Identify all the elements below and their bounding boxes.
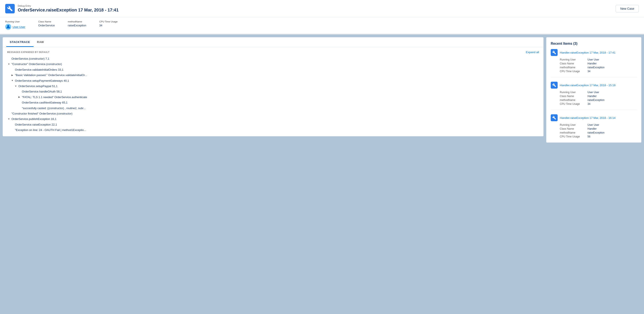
stack-item: ▼ OrderService.setupPaymentGateways 40,1 (7, 78, 539, 83)
recent-item-title-2[interactable]: Handler.raiseException 17 Mar, 2018 - 15… (560, 84, 616, 87)
stack-item-text: "Constructor" OrderService.(constructor) (12, 62, 62, 67)
stack-item-text: "Basic Validation passed." OrderService.… (15, 73, 87, 78)
meta-label: Running User (560, 91, 586, 94)
meta-value: User User (588, 123, 637, 126)
recent-item-debug-icon (551, 114, 558, 121)
meta-row: Running User User User Class Name OrderS… (0, 17, 644, 35)
recent-item-title-1[interactable]: Handler.raiseException 17 Mar, 2018 - 17… (560, 51, 616, 54)
debug-entry-icon (5, 4, 15, 13)
recent-item-meta-2: Running User User User Class Name Handle… (551, 91, 637, 106)
collapse-toggle[interactable]: ▼ (7, 62, 10, 66)
meta-label: methodName (560, 131, 586, 134)
meta-value: User User (588, 58, 637, 61)
main-content: STACKTRACE RAW MESSAGES EXPANDED BY DEFA… (0, 35, 644, 145)
recent-item-header: Handler.raiseException 17 Mar, 2018 - 15… (551, 82, 637, 89)
stack-item: "Exception on line: 24 - OAUTH Fail | me… (7, 127, 539, 133)
page-title: OrderService.raiseException 17 Mar, 2018… (18, 7, 119, 12)
stacktrace-header-row: MESSAGES EXPANDED BY DEFAULT Expand all (7, 51, 539, 54)
right-panel: Recent Items (3) Handler.raiseException … (546, 37, 642, 143)
recent-item-meta-3: Running User User User Class Name Handle… (551, 123, 637, 138)
tab-stacktrace[interactable]: STACKTRACE (6, 37, 34, 47)
meta-method-name-value: raiseException (68, 24, 86, 27)
meta-value: 56 (588, 135, 637, 138)
meta-value: Handler (588, 62, 637, 65)
stack-item-text: OrderService.handleOAuth 58,1 (22, 89, 62, 94)
stack-item-text: OrderService.validateInitialOrders 33,1 (15, 67, 64, 72)
meta-value: User User (588, 91, 637, 94)
recent-item-title-3[interactable]: Handler.raiseException 17 Mar, 2018 - 16… (560, 116, 616, 120)
expand-toggle[interactable]: ▶ (10, 73, 14, 77)
stack-item: ▼ "Constructor" OrderService.(constructo… (7, 61, 539, 67)
meta-running-user-value[interactable]: User User (5, 24, 25, 30)
collapse-toggle[interactable]: ▼ (7, 117, 10, 121)
expand-toggle[interactable]: ▶ (18, 95, 21, 99)
collapse-toggle[interactable]: ▼ (14, 85, 18, 88)
stack-item-text: OrderService.setupPaymentGateways 40,1 (15, 78, 69, 83)
meta-running-user: Running User User User (5, 20, 25, 30)
meta-method-name: methodName raiseException (68, 20, 86, 30)
recent-item-header: Handler.raiseException 17 Mar, 2018 - 17… (551, 49, 637, 56)
meta-label: Class Name (560, 95, 586, 98)
stack-item-text: OrderService.(constructor) 7,1 (12, 56, 49, 61)
meta-label: Running User (560, 123, 586, 126)
meta-label: CPU Time Usage (560, 70, 586, 73)
recent-item: Handler.raiseException 17 Mar, 2018 - 15… (551, 82, 637, 110)
meta-class-name-label: Class Name (38, 20, 55, 23)
meta-label: methodName (560, 99, 586, 102)
page-header: Debug Entry OrderService.raiseException … (0, 0, 644, 17)
expand-all-button[interactable]: Expand all (526, 51, 539, 54)
recent-item-header: Handler.raiseException 17 Mar, 2018 - 16… (551, 114, 637, 121)
meta-cpu-time: CPU Time Usage 34 (99, 20, 118, 30)
stack-item: OrderService.validateInitialOrders 33,1 (7, 67, 539, 72)
left-panel: STACKTRACE RAW MESSAGES EXPANDED BY DEFA… (2, 37, 544, 136)
stack-item: ▼ OrderService.publishException 16,1 (7, 116, 539, 122)
meta-value: raiseException (588, 131, 637, 134)
recent-item-meta-1: Running User User User Class Name Handle… (551, 58, 637, 73)
meta-method-name-label: methodName (68, 20, 86, 23)
stack-item: ▼ OrderService.setupPaypal 51,1 (7, 83, 539, 89)
stack-item-text: "succesfully casted: ((constructor) , ro… (22, 106, 86, 111)
stack-item-text: OrderService.castNextGateway 65,1 (22, 100, 68, 105)
stack-item: ▶ "Basic Validation passed." OrderServic… (7, 72, 539, 78)
stack-item: "succesfully casted: ((constructor) , ro… (7, 106, 539, 111)
stack-item-text: "Exception on line: 24 - OAUTH Fail | me… (15, 128, 86, 133)
page-subtitle: Debug Entry (18, 4, 119, 7)
stack-item-text: OrderService.publishException 16,1 (12, 117, 56, 122)
recent-item: Handler.raiseException 17 Mar, 2018 - 16… (551, 114, 637, 138)
stack-tree: OrderService.(constructor) 7,1 ▼ "Constr… (7, 56, 539, 133)
meta-label: CPU Time Usage (560, 135, 586, 138)
collapse-toggle[interactable]: ▼ (10, 79, 14, 82)
stack-item: ▶ "FATAL: TLS 1.1 needed" OrderService.a… (7, 94, 539, 100)
meta-value: Handler (588, 95, 637, 98)
stack-item: OrderService.handleOAuth 58,1 (7, 89, 539, 94)
stack-item-text: "FATAL: TLS 1.1 needed" OrderService.aut… (22, 95, 87, 100)
tab-raw[interactable]: RAW (34, 37, 48, 47)
recent-item-debug-icon (551, 82, 558, 89)
meta-label: Class Name (560, 127, 586, 130)
user-avatar (5, 24, 11, 30)
meta-label: CPU Time Usage (560, 102, 586, 106)
meta-class-name-value: OrderService (38, 24, 55, 27)
meta-value: raiseException (588, 99, 637, 102)
stack-item-text: OrderService.raiseException 22,1 (15, 122, 57, 127)
meta-value: 34 (588, 70, 637, 73)
meta-label: Running User (560, 58, 586, 61)
messages-label: MESSAGES EXPANDED BY DEFAULT (7, 51, 50, 53)
meta-value: Handler (588, 127, 637, 130)
header-text: Debug Entry OrderService.raiseException … (18, 4, 119, 12)
recent-items-title: Recent Items (3) (551, 42, 637, 46)
stacktrace-content: MESSAGES EXPANDED BY DEFAULT Expand all … (3, 47, 543, 136)
meta-cpu-time-label: CPU Time Usage (99, 20, 118, 23)
meta-label: methodName (560, 66, 586, 69)
meta-value: raiseException (588, 66, 637, 69)
recent-item-debug-icon (551, 49, 558, 56)
stack-item: "Constructor finished" OrderService.(con… (7, 111, 539, 116)
stack-item: OrderService.(constructor) 7,1 (7, 56, 539, 61)
tabs: STACKTRACE RAW (3, 37, 543, 47)
stack-item-text: OrderService.setupPaypal 51,1 (18, 84, 58, 89)
meta-running-user-label: Running User (5, 20, 25, 23)
header-left: Debug Entry OrderService.raiseException … (5, 4, 119, 13)
new-case-button[interactable]: New Case (616, 5, 639, 12)
recent-item: Handler.raiseException 17 Mar, 2018 - 17… (551, 49, 637, 77)
stack-item-text: "Constructor finished" OrderService.(con… (12, 111, 72, 116)
